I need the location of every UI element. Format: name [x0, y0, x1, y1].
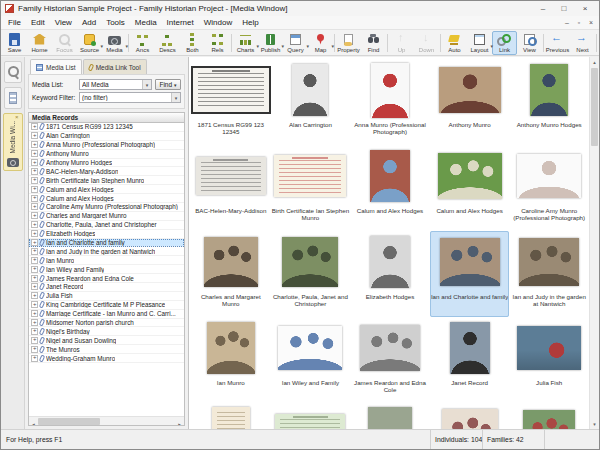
media-record-item[interactable]: Janet Record	[29, 283, 184, 292]
expand-plus-icon[interactable]	[31, 337, 38, 344]
toolbar-button-link[interactable]: Link	[492, 31, 517, 55]
media-thumbnail-cell[interactable]: James Reardon and Edna Cole	[350, 317, 430, 403]
expand-plus-icon[interactable]	[31, 159, 38, 166]
expand-plus-icon[interactable]	[31, 292, 38, 299]
media-record-item[interactable]: Wedding-Graham Munro	[29, 354, 184, 363]
media-thumbnail-cell[interactable]: Anna Munro (Professional Photograph)	[350, 59, 430, 145]
media-thumbnail-cell[interactable]: Charles and Margaret Munro	[191, 231, 271, 317]
media-thumbnail-cell[interactable]: 1871 Census RG99 123 12345	[191, 59, 271, 145]
toolbar-button-media[interactable]: Media	[102, 31, 127, 55]
expand-plus-icon[interactable]	[31, 275, 38, 282]
dropdown-arrow-icon[interactable]	[100, 34, 103, 52]
media-thumbnail-cell[interactable]: Alan Carrington	[271, 59, 351, 145]
media-thumbnail-cell[interactable]: Julia Fish	[509, 317, 589, 403]
dropdown-arrow-icon[interactable]	[490, 34, 493, 52]
media-record-item[interactable]: Midsomer Norton parish church	[29, 319, 184, 328]
expand-plus-icon[interactable]	[31, 195, 38, 202]
scroll-down-icon[interactable]	[590, 419, 599, 429]
toolbar-button-up[interactable]: Up	[389, 31, 414, 55]
expand-plus-icon[interactable]	[31, 328, 38, 335]
dropdown-arrow-icon[interactable]	[256, 34, 259, 52]
horizontal-scrollbar[interactable]	[29, 416, 184, 425]
media-record-item[interactable]: Calum and Alex Hodges	[29, 185, 184, 194]
records-tool-icon[interactable]	[4, 87, 22, 109]
media-thumbnail-cell[interactable]: Charlotte, Paula, Janet and Christopher	[271, 231, 351, 317]
dropdown-arrow-icon[interactable]	[125, 34, 128, 52]
toolbar-button-source[interactable]: Source	[77, 31, 102, 55]
expand-plus-icon[interactable]	[31, 141, 38, 148]
dropdown-arrow-icon[interactable]	[306, 34, 309, 52]
media-record-item[interactable]: Caroline Amy Munro (Professional Photogr…	[29, 203, 184, 212]
toolbar-button-property[interactable]: Property	[336, 31, 361, 55]
chevron-down-icon[interactable]	[142, 80, 151, 89]
scroll-up-icon[interactable]	[590, 57, 599, 67]
media-record-item[interactable]: Anthony Munro Hodges	[29, 159, 184, 168]
media-record-item[interactable]: Nigel and Susan Dowling	[29, 336, 184, 345]
menu-help[interactable]: Help	[237, 18, 263, 27]
expand-plus-icon[interactable]	[31, 239, 38, 246]
expand-plus-icon[interactable]	[31, 301, 38, 308]
chevron-down-icon[interactable]	[171, 93, 180, 102]
toolbar-button-map[interactable]: Map	[308, 31, 333, 55]
expand-plus-icon[interactable]	[31, 346, 38, 353]
dropdown-arrow-icon[interactable]	[331, 34, 334, 52]
expand-plus-icon[interactable]	[31, 203, 38, 210]
media-window-vertical-tab[interactable]: × Media Wi...	[3, 113, 23, 171]
expand-plus-icon[interactable]	[31, 355, 38, 362]
expand-plus-icon[interactable]	[31, 168, 38, 175]
vertical-scrollbar[interactable]	[589, 57, 599, 429]
media-thumbnail-cell[interactable]: Ian and Charlotte and family	[430, 231, 510, 317]
expand-plus-icon[interactable]	[31, 319, 38, 326]
media-thumbnail-cell[interactable]: Anthony Munro	[430, 59, 510, 145]
toolbar-button-next[interactable]: Next	[570, 31, 595, 55]
menu-internet[interactable]: Internet	[162, 18, 199, 27]
media-record-item[interactable]: 1871 Census RG99 123 12345	[29, 123, 184, 132]
menu-view[interactable]: View	[50, 18, 77, 27]
media-record-item[interactable]: Alan Carrington	[29, 132, 184, 141]
keyword-filter-dropdown[interactable]: (no filter)	[79, 92, 181, 103]
tab-close-icon[interactable]: ×	[15, 114, 19, 120]
media-record-item[interactable]: Charles and Margaret Munro	[29, 212, 184, 221]
media-thumbnail-cell[interactable]: King Cambridge Certificate M P Pleasance	[191, 403, 271, 429]
toolbar-button-layout[interactable]: Layout	[467, 31, 492, 55]
scrollbar-thumb[interactable]	[591, 68, 598, 146]
media-record-item[interactable]: Elizabeth Hodges	[29, 230, 184, 239]
expand-plus-icon[interactable]	[31, 248, 38, 255]
close-button[interactable]: ×	[575, 2, 595, 15]
media-record-item[interactable]: Marriage Certificate - Ian Munro and C. …	[29, 310, 184, 319]
media-record-item[interactable]: Birth Certificate Ian Stephen Munro	[29, 176, 184, 185]
media-list-dropdown[interactable]: All Media	[79, 79, 152, 90]
menu-file[interactable]: File	[3, 18, 26, 27]
toolbar-button-ancs[interactable]: Ancs	[130, 31, 155, 55]
minimize-button[interactable]: –	[533, 2, 553, 15]
media-record-item[interactable]: King Cambridge Certificate M P Pleasance	[29, 301, 184, 310]
media-thumbnail-cell[interactable]: Calum and Alex Hodges	[350, 145, 430, 231]
tab-media-list[interactable]: Media List	[30, 59, 82, 74]
toolbar-button-home[interactable]: Home	[27, 31, 52, 55]
media-record-item[interactable]: Anna Munro (Professional Photograph)	[29, 141, 184, 150]
search-tool-icon[interactable]	[4, 61, 22, 83]
scroll-left-icon[interactable]	[29, 412, 38, 426]
menu-edit[interactable]: Edit	[26, 18, 50, 27]
media-record-item[interactable]: Calum and Alex Hodges	[29, 194, 184, 203]
media-thumbnail-cell[interactable]: Marriage Certificate - Ian Munro and C. …	[271, 403, 351, 429]
media-record-item[interactable]: Ian and Judy in the garden at Nantwich	[29, 247, 184, 256]
media-thumbnail-cell[interactable]: Midsomer Norton parish church	[350, 403, 430, 429]
menu-media[interactable]: Media	[130, 18, 162, 27]
media-thumbnail-cell[interactable]: Ian Wiley and Family	[271, 317, 351, 403]
toolbar-button-publish[interactable]: Publish	[258, 31, 283, 55]
media-thumbnail-cell[interactable]: Ian and Judy in the garden at Nantwich	[509, 231, 589, 317]
media-thumbnail-cell[interactable]: Caroline Amy Munro (Professional Photogr…	[509, 145, 589, 231]
media-thumbnail-cell[interactable]: Nigel and Susan Dowling	[509, 403, 589, 429]
expand-plus-icon[interactable]	[31, 266, 38, 273]
expand-plus-icon[interactable]	[31, 283, 38, 290]
media-thumbnail-cell[interactable]: Anthony Munro Hodges	[509, 59, 589, 145]
expand-plus-icon[interactable]	[31, 150, 38, 157]
media-thumbnail-cell[interactable]: Elizabeth Hodges	[350, 231, 430, 317]
mdi-restore-button[interactable]: ▫	[574, 19, 584, 26]
toolbar-button-charts[interactable]: Charts	[233, 31, 258, 55]
toolbar-button-down[interactable]: Down	[414, 31, 439, 55]
media-record-item[interactable]: The Munros	[29, 345, 184, 354]
menu-window[interactable]: Window	[199, 18, 237, 27]
toolbar-button-query[interactable]: Query	[283, 31, 308, 55]
